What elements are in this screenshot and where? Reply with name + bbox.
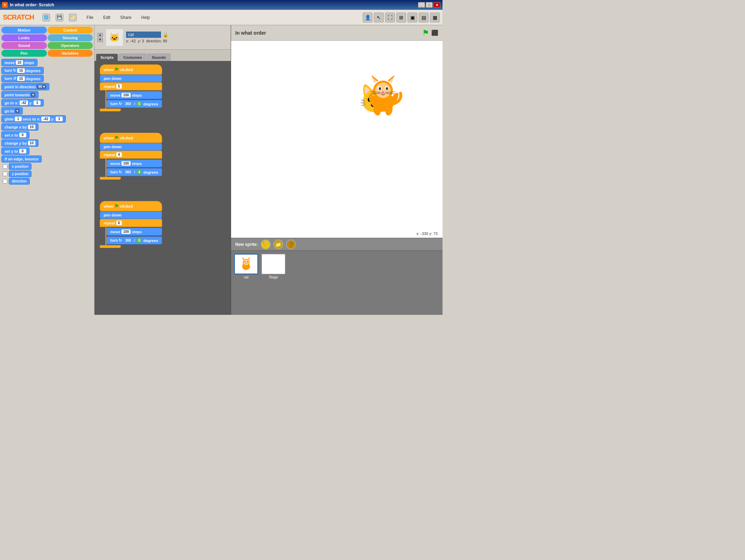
cat-pen-button[interactable]: Pen — [1, 50, 47, 57]
cat-motion-button[interactable]: Motion — [1, 27, 47, 34]
green-flag-button[interactable]: ⚑ — [422, 28, 429, 37]
tab-scripts[interactable]: Scripts — [96, 54, 118, 61]
when-clicked-block-3[interactable]: when ⚑ clicked — [100, 201, 162, 211]
block-direction: direction — [1, 178, 93, 185]
repeat-header-2[interactable]: repeat 4 — [100, 151, 162, 159]
block-set-y[interactable]: set y to 0 — [1, 147, 93, 155]
bottom-panel: New sprite: ✏️ 📁 ❓ — [231, 238, 443, 315]
sprite-nav-down[interactable]: ▼ — [97, 38, 103, 42]
scratch-logo: SCRATCH — [3, 13, 34, 21]
pen-down-block-2[interactable]: pen down — [100, 143, 162, 151]
stage-area[interactable]: 🐱 — [231, 41, 443, 238]
scripts-area: ▲ ▼ 🐱 cat 🔒 x: -42 y: 3 direction: 90 Sc… — [95, 25, 231, 315]
categories: Motion Control Looks Sensing Sound Opera… — [1, 27, 93, 57]
sprite-direction: 90 — [163, 39, 167, 43]
direction-checkbox[interactable] — [3, 179, 7, 184]
titlebar-buttons: _ □ ✕ — [418, 2, 440, 8]
repeat-inner-1: move 100 steps turn ↻ 360 / 5 degrees — [105, 90, 162, 109]
maximize-button[interactable]: □ — [426, 2, 433, 8]
x-pos-checkbox[interactable] — [3, 164, 7, 169]
cat-control-button[interactable]: Control — [48, 27, 93, 34]
main: Motion Control Looks Sensing Sound Opera… — [0, 25, 443, 315]
repeat-6-block: repeat 6 move 100 steps turn ↻ 360 / 6 d… — [100, 219, 162, 248]
cat-sensing-button[interactable]: Sensing — [48, 34, 93, 41]
block-change-x[interactable]: change x by 10 — [1, 123, 93, 131]
sprite-name-input[interactable]: cat — [126, 32, 161, 38]
turn-block-3[interactable]: turn ↻ 360 / 6 degrees — [106, 236, 162, 244]
repeat-header-3[interactable]: repeat 6 — [100, 219, 162, 227]
block-change-y[interactable]: change y by 10 — [1, 139, 93, 147]
svg-marker-22 — [242, 257, 244, 260]
cat-sound-button[interactable]: Sound — [1, 42, 47, 49]
sprite-nav-up[interactable]: ▲ — [97, 33, 103, 37]
pen-down-block-1[interactable]: pen down — [100, 75, 162, 82]
turn-block-1[interactable]: turn ↻ 360 / 5 degrees — [106, 100, 162, 108]
repeat-inner-3: move 100 steps turn ↻ 360 / 6 degrees — [105, 227, 162, 245]
stage-title: In what order — [235, 30, 422, 36]
script-stack-2: when ⚑ clicked pen down repeat 4 move 10… — [100, 133, 162, 180]
paint-sprite-button[interactable]: ✏️ — [261, 240, 271, 249]
cursor-icon[interactable]: ↖ — [374, 13, 384, 22]
help-menu[interactable]: Help — [140, 14, 151, 21]
block-x-pos: x position — [1, 163, 93, 170]
cat-variables-button[interactable]: Variables — [48, 50, 93, 57]
random-sprite-button[interactable]: ❓ — [286, 240, 296, 249]
file-menu[interactable]: File — [85, 14, 95, 21]
move-100-block-3[interactable]: move 100 steps — [106, 228, 162, 236]
browse-sprite-button[interactable]: 📁 — [273, 240, 283, 249]
fullscreen-icon[interactable]: ⛶ — [385, 13, 395, 22]
tab-sounds[interactable]: Sounds — [147, 54, 170, 61]
pen-down-block-3[interactable]: pen down — [100, 211, 162, 219]
y-pos-checkbox[interactable] — [3, 172, 7, 176]
repeat-5-block: repeat 5 move 100 steps turn ↻ 360 / 5 d… — [100, 82, 162, 111]
block-glide[interactable]: glide 1 secs to x: -42 y: 3 — [1, 115, 93, 123]
layout3-icon[interactable]: ▦ — [430, 13, 440, 22]
titlebar: S In what order- Scratch _ □ ✕ — [0, 0, 443, 10]
when-clicked-block-1[interactable]: when ⚑ clicked — [100, 64, 162, 75]
presentation-icon[interactable]: ⊞ — [396, 13, 406, 22]
layout1-icon[interactable]: ▣ — [408, 13, 417, 22]
block-turn-cw[interactable]: turn ↻ 15 degrees — [1, 67, 93, 74]
blocks-canvas: when ⚑ clicked pen down repeat 5 move 10… — [95, 61, 231, 315]
share-icon2[interactable]: 📁 — [69, 14, 77, 21]
move-100-block-1[interactable]: move 100 steps — [106, 91, 162, 99]
block-set-x[interactable]: set x to 0 — [1, 131, 93, 139]
svg-point-27 — [245, 261, 245, 262]
block-goto[interactable]: go to ▾ — [1, 107, 93, 115]
svg-point-6 — [375, 83, 391, 98]
block-point-towards[interactable]: point towards ▾ — [1, 91, 93, 98]
stop-button[interactable]: ⬛ — [431, 29, 438, 36]
move-100-block-2[interactable]: move 100 steps — [106, 159, 162, 167]
block-turn-ccw[interactable]: turn ↺ 15 degrees — [1, 75, 93, 82]
cat-sprite-thumb — [234, 254, 258, 275]
sprite-y: 3 — [142, 39, 144, 43]
cat-operators-button[interactable]: Operators — [48, 42, 93, 49]
lock-icon[interactable]: 🔒 — [162, 32, 168, 37]
when-clicked-block-2[interactable]: when ⚑ clicked — [100, 133, 162, 143]
close-button[interactable]: ✕ — [433, 2, 440, 8]
block-edge-bounce[interactable]: if on edge, bounce — [1, 155, 93, 163]
stage-header: In what order ⚑ ⬛ — [231, 25, 443, 41]
user-icon[interactable]: 👤 — [363, 13, 372, 22]
block-move[interactable]: move 10 steps — [1, 59, 93, 66]
sprite-controls: cat 🔒 x: -42 y: 3 direction: 90 — [126, 32, 168, 43]
cat-looks-button[interactable]: Looks — [1, 34, 47, 41]
edit-menu[interactable]: Edit — [102, 14, 112, 21]
save-icon[interactable]: 💾 — [56, 14, 63, 21]
svg-point-24 — [243, 260, 249, 265]
tab-costumes[interactable]: Costumes — [119, 54, 146, 61]
svg-point-29 — [246, 263, 247, 263]
share-menu[interactable]: Share — [119, 14, 133, 21]
sprite-nav: ▲ ▼ — [97, 33, 103, 42]
svg-point-10 — [386, 87, 388, 90]
minimize-button[interactable]: _ — [418, 2, 425, 8]
layout2-icon[interactable]: ▤ — [419, 13, 429, 22]
block-point-direction[interactable]: point in direction 90 ▾ — [1, 83, 93, 90]
globe-icon[interactable]: 🌐 — [42, 14, 50, 21]
sprite-item-stage[interactable]: Stage — [261, 254, 286, 279]
sprite-item-cat[interactable]: cat — [234, 254, 258, 279]
block-goto-xy[interactable]: go to x: -42 y: 3 — [1, 99, 93, 106]
turn-block-2[interactable]: turn ↻ 360 / 4 degrees — [106, 168, 162, 176]
repeat-header-1[interactable]: repeat 5 — [100, 82, 162, 90]
new-sprite-bar: New sprite: ✏️ 📁 ❓ — [231, 238, 443, 251]
